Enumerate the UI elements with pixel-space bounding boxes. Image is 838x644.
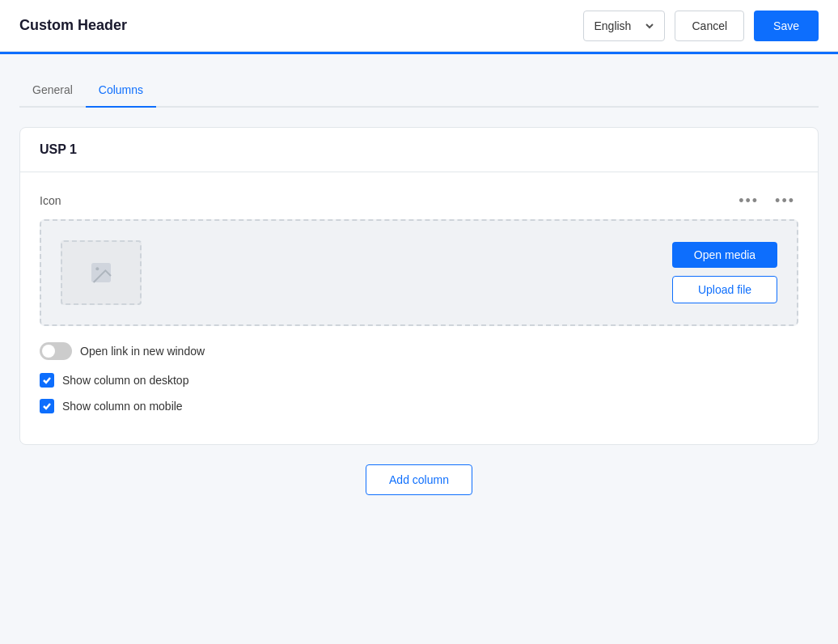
svg-point-1	[95, 267, 99, 270]
image-placeholder	[61, 240, 142, 305]
icon-section-header: Icon ••• •••	[40, 192, 798, 210]
checkmark-icon-mobile	[42, 401, 52, 411]
toggle-label: Open link in new window	[80, 345, 205, 358]
upload-area: Open media Upload file	[40, 219, 798, 326]
open-link-toggle[interactable]	[40, 342, 72, 360]
top-header: Custom Header English French German Span…	[0, 0, 838, 52]
usp-card-body: Icon ••• ••• Open media Upload f	[20, 172, 818, 444]
dots-button-2[interactable]: •••	[772, 192, 798, 210]
usp-title: USP 1	[40, 142, 77, 156]
save-button[interactable]: Save	[754, 11, 819, 41]
checkbox-row-desktop: Show column on desktop	[40, 373, 798, 388]
dots-menu: ••• •••	[735, 192, 798, 210]
add-column-button[interactable]: Add column	[366, 464, 472, 495]
dots-button-1[interactable]: •••	[735, 192, 762, 210]
image-icon	[88, 260, 114, 286]
checkbox-row-mobile: Show column on mobile	[40, 399, 798, 413]
usp-card: USP 1 Icon ••• •••	[19, 127, 819, 445]
header-actions: English French German Spanish Cancel Sav…	[583, 11, 819, 41]
upload-file-button[interactable]: Upload file	[672, 276, 777, 303]
toggle-slider	[40, 342, 72, 360]
usp-card-header: USP 1	[20, 128, 818, 172]
icon-label: Icon	[40, 194, 61, 207]
tab-general[interactable]: General	[19, 74, 86, 108]
checkbox-mobile-label: Show column on mobile	[62, 400, 183, 413]
checkbox-desktop-label: Show column on desktop	[62, 374, 188, 387]
page-title: Custom Header	[19, 17, 127, 34]
language-dropdown[interactable]: English French German Spanish	[594, 19, 638, 32]
upload-buttons: Open media Upload file	[672, 242, 777, 303]
checkmark-icon	[42, 375, 52, 385]
toggle-row: Open link in new window	[40, 342, 798, 360]
main-content: General Columns USP 1 Icon ••• •••	[0, 54, 838, 527]
add-column-wrap: Add column	[19, 464, 819, 495]
checkbox-desktop[interactable]	[40, 373, 54, 388]
language-selector[interactable]: English French German Spanish	[583, 11, 665, 41]
open-media-button[interactable]: Open media	[672, 242, 777, 268]
checkbox-mobile[interactable]	[40, 399, 54, 413]
chevron-down-icon	[645, 21, 654, 31]
tabs-bar: General Columns	[19, 74, 819, 108]
tab-columns[interactable]: Columns	[86, 74, 156, 108]
cancel-button[interactable]: Cancel	[675, 11, 744, 41]
